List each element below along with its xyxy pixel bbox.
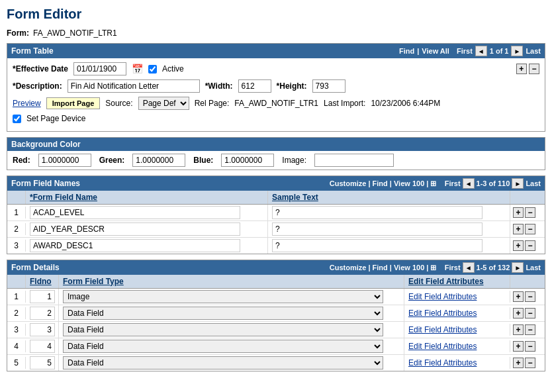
ff-sample-input[interactable]: [272, 222, 483, 236]
red-input[interactable]: [38, 154, 91, 167]
ff-remove-button[interactable]: −: [525, 207, 535, 218]
fd-last-nav[interactable]: ►: [512, 262, 524, 273]
fd-fldno-cell: [26, 322, 59, 338]
fd-last-label: Last: [526, 264, 541, 271]
green-label: Green:: [99, 156, 125, 165]
fd-row-num: 2: [7, 307, 26, 319]
green-input[interactable]: [132, 154, 185, 167]
fd-type-select[interactable]: ImageData FieldTextBoxLineHorizontal Lin…: [63, 307, 383, 320]
form-table-remove-button[interactable]: −: [529, 64, 539, 74]
fd-customize-link[interactable]: Customize: [330, 264, 367, 271]
ff-customize-link[interactable]: Customize: [330, 179, 367, 187]
fd-find-link[interactable]: Find: [373, 264, 388, 271]
bg-color-header: Background Color: [7, 138, 545, 151]
fd-grid-icon[interactable]: ⊞: [430, 264, 436, 271]
find-link[interactable]: Find: [399, 47, 414, 55]
last-nav-button[interactable]: ►: [511, 46, 523, 56]
fd-type-cell: ImageData FieldTextBoxLineHorizontal Lin…: [59, 289, 404, 305]
set-page-device-label: Set Page Device: [26, 114, 85, 123]
ff-last-nav[interactable]: ►: [512, 178, 524, 189]
fd-fldno-input[interactable]: [30, 323, 55, 336]
fd-col-fldno[interactable]: Fldno: [26, 275, 59, 288]
ff-sample-input[interactable]: [272, 206, 483, 219]
fd-col-actions: [510, 275, 545, 288]
calendar-icon[interactable]: 📅: [132, 64, 143, 74]
fd-add-button[interactable]: +: [513, 308, 524, 318]
ff-remove-button[interactable]: −: [525, 224, 535, 234]
ff-first-label: First: [445, 179, 461, 187]
ff-sample-cell: [268, 205, 510, 220]
fd-first-label: First: [445, 264, 461, 271]
fd-fldno-input[interactable]: [30, 356, 55, 369]
form-table-nav: Find | View All First ◄ 1 of 1 ► Last: [399, 46, 541, 56]
active-checkbox[interactable]: [148, 65, 157, 74]
ff-field-name-cell: [26, 205, 268, 220]
fd-type-select[interactable]: ImageData FieldTextBoxLineHorizontal Lin…: [63, 290, 383, 303]
fd-remove-button[interactable]: −: [525, 324, 535, 335]
fd-add-button[interactable]: +: [513, 358, 524, 368]
fd-add-button[interactable]: +: [513, 324, 524, 335]
ff-first-nav[interactable]: ◄: [463, 178, 475, 189]
ff-col-field-name[interactable]: *Form Field Name: [26, 191, 268, 204]
page-title: Form Editor: [7, 7, 545, 22]
ff-view100-link[interactable]: View 100: [394, 179, 424, 187]
fd-add-button[interactable]: +: [513, 341, 524, 352]
fd-type-select[interactable]: ImageData FieldTextBoxLineHorizontal Lin…: [63, 356, 383, 369]
source-select[interactable]: Page Def: [138, 97, 189, 110]
ff-field-name-input[interactable]: [30, 239, 240, 252]
fd-add-button[interactable]: +: [513, 291, 524, 302]
fd-fldno-cell: [26, 289, 59, 305]
fd-col-attr: Edit Field Attributes: [404, 275, 510, 288]
import-page-button[interactable]: Import Page: [46, 97, 101, 109]
height-input[interactable]: [312, 79, 345, 93]
preview-link[interactable]: Preview: [13, 99, 41, 108]
nav-info-ft: [452, 47, 454, 55]
fd-view100-link[interactable]: View 100: [394, 264, 424, 271]
edit-field-attributes-link[interactable]: Edit Field Attributes: [408, 309, 477, 318]
first-nav-button[interactable]: ◄: [475, 46, 487, 56]
edit-field-attributes-link[interactable]: Edit Field Attributes: [408, 342, 477, 351]
fd-remove-button[interactable]: −: [525, 308, 535, 318]
ff-add-button[interactable]: +: [513, 207, 524, 218]
fd-row-num: 4: [7, 340, 26, 352]
fd-remove-button[interactable]: −: [525, 291, 535, 302]
ff-field-name-input[interactable]: [30, 206, 240, 219]
fd-remove-button[interactable]: −: [525, 358, 535, 368]
fd-first-nav[interactable]: ◄: [463, 262, 475, 273]
fd-fldno-input[interactable]: [30, 290, 55, 303]
ff-add-button[interactable]: +: [513, 240, 524, 251]
set-page-device-checkbox[interactable]: [13, 115, 21, 123]
ff-remove-button[interactable]: −: [525, 240, 535, 251]
fd-fldno-cell: [26, 355, 59, 371]
ff-field-name-input[interactable]: [30, 222, 240, 236]
rel-page-label: Rel Page:: [195, 99, 230, 108]
fd-attr-cell: Edit Field Attributes: [404, 307, 510, 319]
ff-field-name-cell: [26, 221, 268, 237]
edit-field-attributes-link[interactable]: Edit Field Attributes: [408, 292, 477, 301]
ff-find-link[interactable]: Find: [373, 179, 388, 187]
ff-col-headers: *Form Field Name Sample Text: [7, 191, 545, 205]
form-table-add-button[interactable]: +: [516, 64, 527, 74]
ff-grid-icon[interactable]: ⊞: [430, 179, 436, 187]
description-input[interactable]: [68, 79, 200, 93]
view-all-link[interactable]: View All: [422, 47, 449, 55]
image-input[interactable]: [314, 154, 394, 167]
description-label: *Description:: [13, 81, 62, 91]
edit-field-attributes-link[interactable]: Edit Field Attributes: [408, 325, 477, 334]
ff-sample-cell: [268, 221, 510, 237]
fd-col-headers: Fldno Form Field Type Edit Field Attribu…: [7, 275, 545, 289]
fd-type-select[interactable]: ImageData FieldTextBoxLineHorizontal Lin…: [63, 323, 383, 336]
fd-remove-button[interactable]: −: [525, 341, 535, 352]
edit-field-attributes-link[interactable]: Edit Field Attributes: [408, 358, 477, 368]
fd-col-type[interactable]: Form Field Type: [59, 275, 404, 288]
fd-fldno-input[interactable]: [30, 340, 55, 353]
blue-input[interactable]: [221, 154, 274, 167]
fd-type-select[interactable]: ImageData FieldTextBoxLineHorizontal Lin…: [63, 340, 383, 353]
ff-col-sample[interactable]: Sample Text: [268, 191, 510, 204]
fd-fldno-input[interactable]: [30, 307, 55, 320]
fd-row-actions: + −: [510, 323, 545, 336]
effective-date-input[interactable]: [73, 62, 126, 75]
ff-add-button[interactable]: +: [513, 224, 524, 234]
width-input[interactable]: [238, 79, 271, 93]
ff-sample-input[interactable]: [272, 239, 483, 252]
